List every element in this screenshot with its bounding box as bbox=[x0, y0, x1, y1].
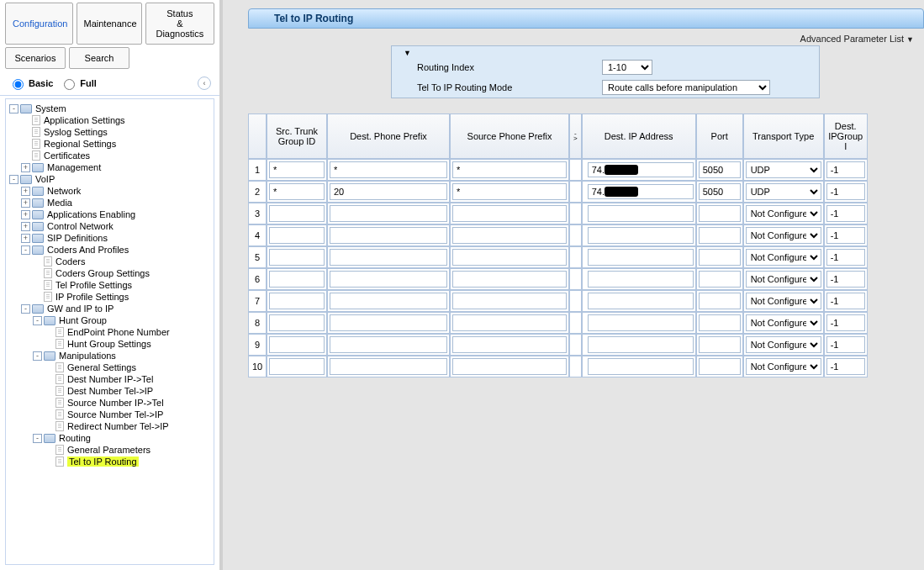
transport-type-select[interactable]: UDP bbox=[746, 161, 821, 178]
dest-phone-prefix-input[interactable] bbox=[330, 183, 447, 200]
view-full-radio[interactable]: Full bbox=[60, 77, 97, 90]
dest-ip-input[interactable] bbox=[588, 314, 694, 331]
dest-ip-input[interactable] bbox=[588, 205, 694, 222]
transport-type-select[interactable]: Not Configured bbox=[746, 205, 821, 222]
view-basic-input[interactable] bbox=[13, 79, 24, 90]
tree-item-sip-definitions[interactable]: +SIP Definitions bbox=[19, 232, 212, 244]
transport-type-select[interactable]: Not Configured bbox=[746, 358, 821, 375]
src-trunk-group-input[interactable] bbox=[269, 314, 325, 331]
dest-phone-prefix-input[interactable] bbox=[330, 161, 447, 178]
dest-ip-input[interactable] bbox=[588, 336, 694, 353]
port-input[interactable] bbox=[699, 271, 741, 288]
dest-ip-input[interactable] bbox=[588, 271, 694, 288]
dest-ip-input[interactable] bbox=[588, 358, 694, 375]
tree-item-dest-number-tel-ip[interactable]: Dest Number Tel->IP bbox=[43, 385, 212, 397]
tree-item-network[interactable]: +Network bbox=[19, 185, 212, 197]
tree-item-dest-number-ip-tel[interactable]: Dest Number IP->Tel bbox=[43, 373, 212, 385]
tree-toggle-icon[interactable]: - bbox=[9, 175, 18, 184]
dest-ipgroup-input[interactable] bbox=[826, 249, 865, 266]
tree-item-management[interactable]: +Management bbox=[19, 161, 212, 173]
port-input[interactable] bbox=[699, 336, 741, 353]
src-trunk-group-input[interactable] bbox=[269, 227, 325, 244]
tree-item-coders-and-profiles[interactable]: -Coders And Profiles bbox=[19, 244, 212, 256]
dest-ip-input[interactable]: 74. bbox=[588, 184, 694, 199]
src-trunk-group-input[interactable] bbox=[269, 205, 325, 222]
transport-type-select[interactable]: UDP bbox=[746, 183, 821, 200]
transport-type-select[interactable]: Not Configured bbox=[746, 293, 821, 309]
src-trunk-group-input[interactable] bbox=[269, 358, 325, 375]
tree-item-system[interactable]: -System bbox=[8, 103, 212, 114]
source-phone-prefix-input[interactable] bbox=[452, 161, 567, 178]
view-full-input[interactable] bbox=[64, 79, 75, 90]
source-phone-prefix-input[interactable] bbox=[452, 227, 567, 244]
dest-ipgroup-input[interactable] bbox=[826, 336, 865, 353]
tree-item-redirect-number-tel-ip[interactable]: Redirect Number Tel->IP bbox=[43, 420, 212, 432]
tree-item-tel-to-ip-routing[interactable]: Tel to IP Routing bbox=[43, 456, 212, 467]
source-phone-prefix-input[interactable] bbox=[452, 271, 567, 288]
port-input[interactable] bbox=[699, 161, 741, 178]
port-input[interactable] bbox=[699, 227, 741, 244]
tree-item-routing[interactable]: -Routing bbox=[31, 432, 212, 444]
sidebar-collapse-button[interactable]: ‹ bbox=[198, 77, 211, 90]
source-phone-prefix-input[interactable] bbox=[452, 205, 567, 222]
src-trunk-group-input[interactable] bbox=[269, 161, 325, 178]
tree-item-control-network[interactable]: +Control Network bbox=[19, 220, 212, 232]
tree-item-manipulations[interactable]: -Manipulations bbox=[31, 350, 212, 362]
tree-toggle-icon[interactable]: - bbox=[33, 434, 42, 443]
tree-item-syslog-settings[interactable]: Syslog Settings bbox=[19, 126, 212, 138]
dest-ip-input[interactable] bbox=[588, 227, 694, 244]
top-tab-maintenance[interactable]: Maintenance bbox=[77, 3, 142, 45]
tree-item-general-settings[interactable]: General Settings bbox=[43, 362, 212, 373]
src-trunk-group-input[interactable] bbox=[269, 336, 325, 353]
transport-type-select[interactable]: Not Configured bbox=[746, 249, 821, 266]
dest-phone-prefix-input[interactable] bbox=[330, 336, 447, 353]
top-tab-search[interactable]: Search bbox=[69, 47, 129, 69]
source-phone-prefix-input[interactable] bbox=[452, 183, 567, 200]
dest-ip-input[interactable] bbox=[588, 249, 694, 266]
tree-toggle-icon[interactable]: + bbox=[21, 163, 30, 172]
tree-toggle-icon[interactable]: - bbox=[21, 245, 30, 255]
tree-item-application-settings[interactable]: Application Settings bbox=[19, 114, 212, 126]
dest-ip-input[interactable]: 74. bbox=[588, 162, 694, 177]
port-input[interactable] bbox=[699, 358, 741, 375]
dest-phone-prefix-input[interactable] bbox=[330, 227, 447, 244]
tree-toggle-icon[interactable]: + bbox=[21, 187, 30, 196]
dest-ipgroup-input[interactable] bbox=[826, 293, 865, 309]
transport-type-select[interactable]: Not Configured bbox=[746, 336, 821, 353]
src-trunk-group-input[interactable] bbox=[269, 183, 325, 200]
dest-ipgroup-input[interactable] bbox=[826, 271, 865, 288]
dest-phone-prefix-input[interactable] bbox=[330, 293, 447, 309]
config-toggle[interactable]: ▼ bbox=[392, 49, 819, 57]
tree-item-regional-settings[interactable]: Regional Settings bbox=[19, 138, 212, 150]
tree-toggle-icon[interactable]: - bbox=[21, 304, 30, 314]
port-input[interactable] bbox=[699, 249, 741, 266]
source-phone-prefix-input[interactable] bbox=[452, 293, 567, 309]
port-input[interactable] bbox=[699, 183, 741, 200]
dest-ipgroup-input[interactable] bbox=[826, 161, 865, 178]
src-trunk-group-input[interactable] bbox=[269, 249, 325, 266]
source-phone-prefix-input[interactable] bbox=[452, 336, 567, 353]
port-input[interactable] bbox=[699, 205, 741, 222]
dest-ipgroup-input[interactable] bbox=[826, 205, 865, 222]
tree-item-coders[interactable]: Coders bbox=[31, 256, 212, 267]
transport-type-select[interactable]: Not Configured bbox=[746, 227, 821, 244]
source-phone-prefix-input[interactable] bbox=[452, 249, 567, 266]
tree-item-media[interactable]: +Media bbox=[19, 197, 212, 208]
advanced-param-link[interactable]: Advanced Parameter List▼ bbox=[248, 29, 924, 45]
tree-item-gw-and-ip-to-ip[interactable]: -GW and IP to IP bbox=[19, 303, 212, 314]
source-phone-prefix-input[interactable] bbox=[452, 358, 567, 375]
dest-phone-prefix-input[interactable] bbox=[330, 249, 447, 266]
dest-ipgroup-input[interactable] bbox=[826, 183, 865, 200]
dest-ip-input[interactable] bbox=[588, 293, 694, 309]
tree-toggle-icon[interactable]: - bbox=[33, 316, 42, 325]
tree-item-applications-enabling[interactable]: +Applications Enabling bbox=[19, 208, 212, 220]
dest-ipgroup-input[interactable] bbox=[826, 358, 865, 375]
dest-phone-prefix-input[interactable] bbox=[330, 314, 447, 331]
tree-toggle-icon[interactable]: - bbox=[33, 351, 42, 361]
top-tab-configuration[interactable]: Configuration bbox=[5, 3, 73, 45]
tree-toggle-icon[interactable]: + bbox=[21, 210, 30, 219]
tree-item-certificates[interactable]: Certificates bbox=[19, 150, 212, 161]
tree-item-ip-profile-settings[interactable]: IP Profile Settings bbox=[31, 291, 212, 303]
tree-item-hunt-group-settings[interactable]: Hunt Group Settings bbox=[43, 338, 212, 350]
tree-item-voip[interactable]: -VoIP bbox=[8, 173, 212, 185]
